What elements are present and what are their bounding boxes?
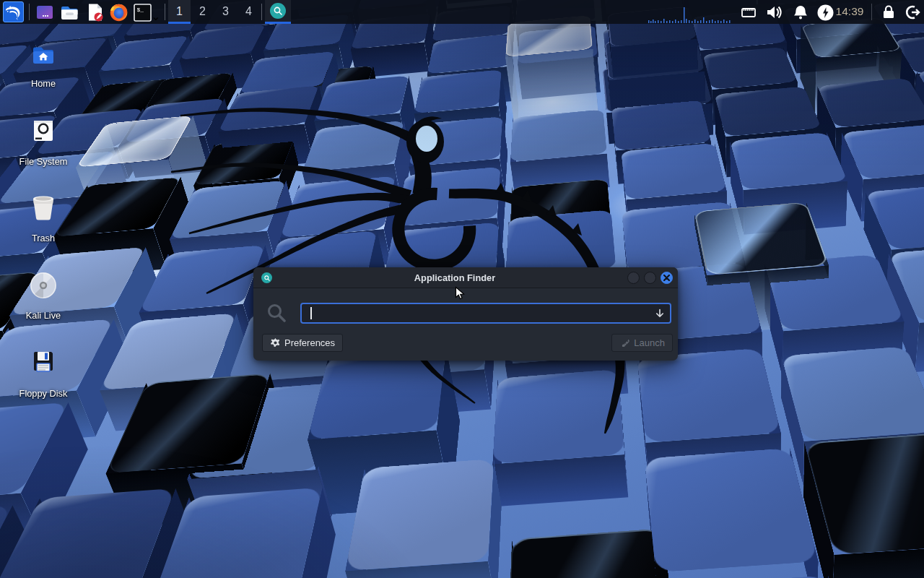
svg-text:$_: $_ bbox=[136, 7, 144, 13]
